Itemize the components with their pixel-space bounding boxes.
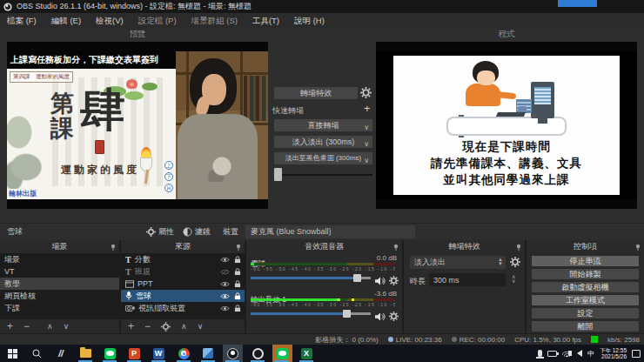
volume-slider-handle[interactable] — [353, 274, 361, 282]
word-icon[interactable]: W — [152, 347, 164, 359]
scene-item[interactable]: 網頁檢核 — [0, 290, 119, 302]
quick-transition-fade[interactable]: 淡入淡出 (300ms)∨ — [274, 136, 372, 148]
sources-dock-title[interactable]: 來源 — [121, 240, 245, 253]
quick-transition-cut[interactable]: 直接轉場∨ — [274, 119, 372, 131]
lens-app-icon[interactable] — [252, 347, 264, 359]
duration-spin-arrows[interactable]: ∧∨ — [512, 275, 515, 284]
lock-icon[interactable] — [234, 268, 241, 276]
page-down-button[interactable]: 下 — [164, 172, 173, 181]
add-scene-icon[interactable]: + — [7, 320, 13, 332]
lock-icon[interactable] — [234, 256, 241, 264]
exit-button[interactable]: 離開 — [532, 321, 639, 332]
mic-tray-icon[interactable] — [538, 350, 542, 357]
source-item[interactable]: 視訊擷取裝置 — [121, 302, 245, 314]
scene-item-selected[interactable]: 教學 — [0, 278, 119, 290]
eye-icon[interactable] — [220, 293, 230, 299]
transitions-dock-title[interactable]: 轉場特效 — [404, 240, 525, 253]
page-up-button[interactable]: 上 — [164, 161, 173, 170]
add-source-icon[interactable]: + — [128, 320, 134, 332]
stop-streaming-button[interactable]: 停止串流 — [532, 256, 639, 266]
chevron-down-icon[interactable]: ∨ — [364, 155, 369, 164]
remove-scene-icon[interactable]: − — [23, 320, 30, 332]
pin-icon[interactable] — [392, 244, 399, 251]
scenes-dock-title[interactable]: 場景 — [0, 240, 119, 253]
controls-dock-title[interactable]: 控制項 — [527, 240, 644, 253]
battery-icon[interactable] — [547, 351, 557, 357]
source-item-selected[interactable]: 雪球 — [121, 290, 245, 302]
transition-button[interactable]: 轉場特效 — [274, 87, 358, 99]
menu-profile[interactable]: 設定檔 (P) — [138, 16, 177, 27]
chevron-down-icon[interactable]: ∨ — [364, 138, 369, 148]
device-select[interactable]: 麥克風 (Blue Snowball) — [245, 225, 415, 238]
pin-icon[interactable] — [634, 244, 641, 251]
obs-taskbar-icon[interactable] — [226, 347, 238, 359]
start-button[interactable] — [6, 347, 18, 359]
source-item-hidden[interactable]: T 班規 — [121, 265, 245, 278]
source-down-icon[interactable]: ∨ — [198, 320, 204, 332]
line-attention-icon[interactable] — [276, 347, 288, 359]
pin-icon[interactable] — [515, 244, 522, 251]
tbar-handle[interactable] — [274, 168, 282, 181]
scene-item[interactable]: 下課 — [0, 302, 119, 314]
clock[interactable]: 下午 12:55 2021/5/26 — [600, 347, 627, 360]
title-bar[interactable]: OBS Studio 26.1.1 (64-bit, windows) - 設定… — [0, 0, 644, 13]
scene-item[interactable]: VT — [0, 265, 119, 278]
action-center-icon[interactable] — [632, 350, 641, 358]
scene-up-icon[interactable]: ∧ — [47, 320, 53, 332]
eye-icon[interactable] — [220, 257, 230, 263]
program-canvas[interactable]: 現在是下課時間 請先準備課本、講義、文具 並叫其他同學過來上課 — [376, 42, 637, 209]
transition-select[interactable]: 淡入淡出 ▲▼ — [410, 256, 506, 269]
pin-icon[interactable] — [110, 244, 117, 251]
powerpoint-icon[interactable]: P — [128, 347, 140, 359]
chevron-down-icon[interactable]: ∨ — [364, 122, 369, 131]
start-recording-button[interactable]: 開始錄製 — [532, 269, 639, 279]
speaker-icon[interactable] — [375, 309, 386, 325]
filters-icon[interactable] — [183, 227, 192, 237]
eye-off-icon[interactable] — [220, 269, 230, 275]
properties-button[interactable]: 屬性 — [158, 226, 174, 238]
mixer-dock-title[interactable]: 音效混音器 — [246, 240, 402, 253]
excel-icon[interactable]: X — [300, 347, 312, 359]
menu-file[interactable]: 檔案 (F) — [7, 16, 37, 27]
lock-icon[interactable] — [234, 292, 241, 300]
source-item[interactable]: PPT — [121, 278, 245, 290]
preview-canvas[interactable]: 上課寫任務板加分，下課繳交表單簽到 第四課 運動家的風度 第 課 — [7, 42, 268, 209]
menu-tools[interactable]: 工具(T) — [252, 16, 279, 27]
menu-edit[interactable]: 編輯 (E) — [51, 16, 81, 27]
volume-icon[interactable] — [577, 350, 582, 357]
pin-icon[interactable] — [235, 244, 242, 251]
studio-mode-button[interactable]: 工作室模式 — [532, 295, 639, 305]
remove-source-icon[interactable]: − — [144, 320, 151, 332]
settings-button[interactable]: 設定 — [532, 308, 639, 318]
quick-transition-fade-to-black[interactable]: 淡出至黑色畫面 (300ms)∨ — [274, 152, 372, 164]
source-up-icon[interactable]: ∧ — [181, 320, 187, 332]
file-explorer-icon[interactable] — [79, 347, 91, 359]
line-app-icon[interactable] — [104, 347, 116, 359]
chrome-icon[interactable] — [178, 347, 190, 359]
filters-button[interactable]: 濾鏡 — [195, 226, 211, 238]
tbar-track[interactable] — [274, 174, 372, 176]
page-toc-button[interactable]: 目 — [164, 184, 173, 192]
scene-item[interactable]: 場景 — [0, 253, 119, 265]
scene-down-icon[interactable]: ∨ — [64, 320, 70, 332]
menu-help[interactable]: 說明 (H) — [294, 16, 325, 27]
channel-gear-icon[interactable] — [389, 273, 399, 289]
lock-icon[interactable] — [234, 280, 241, 288]
search-icon[interactable] — [30, 347, 43, 359]
blue-app-icon[interactable] — [202, 347, 214, 359]
menu-scene-collection[interactable]: 場景群組 (S) — [191, 16, 238, 27]
source-properties-gear-icon[interactable] — [161, 322, 171, 332]
menu-view[interactable]: 檢視(V) — [96, 16, 124, 27]
transition-gear-icon[interactable] — [360, 87, 372, 98]
channel-gear-icon[interactable] — [389, 309, 399, 325]
lock-icon[interactable] — [234, 305, 241, 312]
eye-icon[interactable] — [220, 281, 230, 287]
source-item[interactable]: T 分數 — [121, 253, 245, 265]
add-quick-transition-icon[interactable]: + — [364, 102, 371, 115]
volume-slider-handle[interactable] — [343, 310, 351, 318]
duration-spinbox[interactable]: 300 ms — [429, 273, 506, 286]
start-virtual-camera-button[interactable]: 啟動虛擬相機 — [532, 282, 639, 292]
eye-icon[interactable] — [220, 305, 230, 312]
transition-properties-gear-icon[interactable] — [510, 257, 520, 267]
properties-gear-icon[interactable] — [146, 227, 156, 237]
